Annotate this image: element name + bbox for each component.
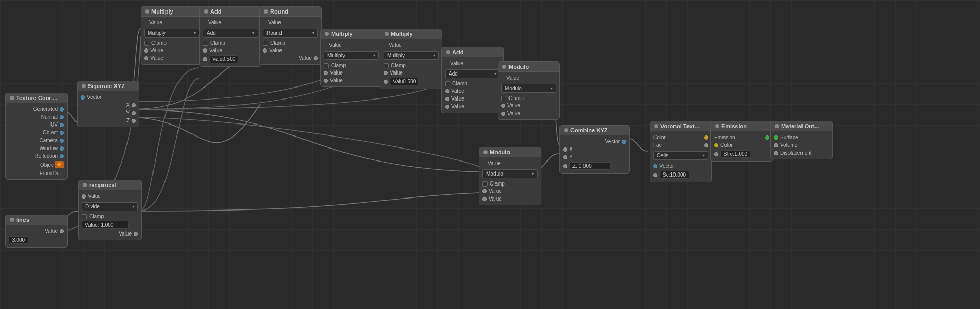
- texture-coord-title: Texture Coor....: [16, 95, 57, 101]
- modulo2-dot: [483, 150, 488, 154]
- voronoi-fac-socket: [704, 143, 708, 147]
- modulo1-title: Modulo: [508, 64, 529, 70]
- m3-clamp-row: Clamp: [384, 62, 439, 69]
- lines-node: lines Value 3.000: [5, 215, 68, 248]
- m2-dropdown[interactable]: Multiply: [324, 51, 379, 60]
- add2-body: Value Add Clamp Value Value Value: [442, 57, 503, 113]
- emission-color-socket: [714, 143, 718, 147]
- mod1-clamp-check[interactable]: [501, 96, 506, 101]
- sep-x-row: X: [81, 101, 136, 109]
- multiply1-body: Value Multiply Clamp Value Value: [141, 17, 202, 64]
- add1-body: Value Add Clamp Value Valu0.500: [200, 17, 261, 66]
- mod2-clamp-check[interactable]: [482, 181, 488, 187]
- a2-value-label-row: Value: [445, 59, 500, 67]
- a2-val2-label: Value: [451, 96, 464, 102]
- separate-xyz-node: Separate XYZ Vector X Y Z: [77, 81, 139, 127]
- cxyz-z-field[interactable]: Z: 0.000: [569, 162, 611, 170]
- voronoi-sc-row: Sc:10.000: [653, 170, 708, 180]
- a2-clamp-check[interactable]: [445, 81, 450, 86]
- camera-label: Camera: [39, 138, 58, 143]
- voronoi-header: Voronoi Text...: [650, 121, 711, 131]
- sep-y-socket: [132, 111, 136, 115]
- m3-clamp-label: Clamp: [391, 63, 406, 68]
- m2-val2-label: Value: [330, 78, 343, 83]
- m1-value-label-row: Value: [144, 19, 199, 27]
- a1-clamp-row: Clamp: [203, 40, 258, 46]
- material-output-title: Material Out...: [781, 123, 819, 129]
- m3-dropdown[interactable]: Multiply: [384, 51, 439, 60]
- multiply1-header: Multiply: [141, 7, 202, 17]
- a1-value-label-row: Value: [203, 19, 258, 27]
- a1-clamp-label: Clamp: [210, 40, 225, 46]
- mod1-clamp-label: Clamp: [508, 95, 524, 101]
- multiply3-dot: [385, 32, 389, 36]
- a1-clamp-check[interactable]: [203, 41, 208, 46]
- mod2-clamp-label: Clamp: [490, 181, 505, 187]
- mod2-val1-row: Value: [482, 187, 538, 195]
- a1-val2-field[interactable]: Valu0.500: [209, 55, 238, 63]
- a1-dropdown-wrap: Add: [203, 27, 258, 40]
- separate-xyz-dot: [82, 84, 86, 88]
- mod1-dropdown[interactable]: Modulo: [501, 84, 556, 93]
- mod2-value-label: Value: [482, 160, 501, 166]
- multiply2-dot: [325, 32, 329, 36]
- voronoi-cells-dropdown[interactable]: Cells: [653, 151, 708, 160]
- multiply1-title: Multiply: [151, 8, 173, 15]
- window-label: Window: [39, 145, 58, 151]
- cxyz-x-socket: [563, 147, 567, 152]
- voronoi-vector-label: Vector: [659, 163, 674, 169]
- sep-z-socket: [132, 119, 136, 123]
- lines-value-row: Value: [9, 227, 64, 235]
- lines-value-field[interactable]: 3.000: [9, 236, 28, 244]
- a2-val3-label: Value: [451, 104, 464, 109]
- m3-value-label-row: Value: [384, 41, 439, 49]
- objec-icon: 🔶: [55, 161, 64, 168]
- combine-xyz-node: Combine XYZ Vector X Y Z: 0.000: [559, 125, 630, 174]
- a2-val3-row: Value: [445, 103, 500, 110]
- m1-dropdown-wrap: Multiply: [144, 27, 199, 40]
- recip-clamp-check[interactable]: [82, 214, 87, 219]
- m3-val2-field[interactable]: Valu0.500: [390, 78, 419, 85]
- r1-dropdown[interactable]: Round: [263, 29, 318, 38]
- a2-val2-row: Value: [445, 95, 500, 103]
- emission-out-socket: [765, 135, 769, 140]
- material-output-body: Surface Volume Displacement: [771, 131, 832, 159]
- voronoi-dot: [654, 124, 658, 128]
- m2-clamp-check[interactable]: [324, 63, 329, 68]
- m1-clamp-check[interactable]: [144, 41, 149, 46]
- add2-dot: [446, 50, 450, 54]
- sep-z-row: Z: [81, 117, 136, 125]
- recip-value-out-socket: [134, 232, 138, 236]
- a2-dropdown[interactable]: Add: [445, 69, 500, 78]
- mod1-dropdown-wrap: Modulo: [501, 82, 556, 95]
- modulo2-header: Modulo: [479, 147, 541, 157]
- mod1-val2-label: Value: [507, 110, 520, 116]
- mod2-dropdown[interactable]: Modulo: [482, 169, 538, 178]
- voronoi-node: Voronoi Text... Color Fac Cells Vector S…: [650, 121, 712, 182]
- m1-val1-label: Value: [150, 47, 163, 53]
- voronoi-vector-socket: [653, 164, 657, 168]
- multiply2-body: Value Multiply Clamp Value Value: [321, 39, 382, 86]
- r1-dropdown-wrap: Round: [263, 27, 318, 40]
- voronoi-fac-row: Fac: [653, 141, 708, 149]
- a1-dropdown[interactable]: Add: [203, 29, 258, 38]
- recip-dropdown[interactable]: Divide: [82, 202, 138, 211]
- sep-x-socket: [132, 103, 136, 107]
- a2-val3-socket: [445, 105, 449, 109]
- recip-value-in-label: Value: [88, 193, 101, 199]
- m1-dropdown[interactable]: Multiply: [144, 29, 199, 38]
- r1-clamp-check[interactable]: [263, 41, 268, 46]
- emission-stre-field[interactable]: Stre:1.000: [720, 150, 750, 158]
- recip-value-in-socket: [82, 194, 86, 199]
- m3-clamp-check[interactable]: [384, 63, 389, 68]
- cxyz-z-row: Z: 0.000: [563, 161, 626, 171]
- m2-val1-row: Value: [324, 69, 379, 77]
- mod1-value-label: Value: [501, 75, 519, 81]
- voronoi-sc-field[interactable]: Sc:10.000: [659, 171, 689, 179]
- recip-value-in-row: Value: [82, 192, 138, 200]
- reciprocal-title: reciprocal: [89, 182, 117, 188]
- lines-body: Value 3.000: [6, 225, 67, 247]
- emission-dot: [715, 124, 719, 128]
- recip-value-field[interactable]: Value: 1.000: [82, 221, 129, 229]
- matout-surface-label: Surface: [780, 134, 798, 140]
